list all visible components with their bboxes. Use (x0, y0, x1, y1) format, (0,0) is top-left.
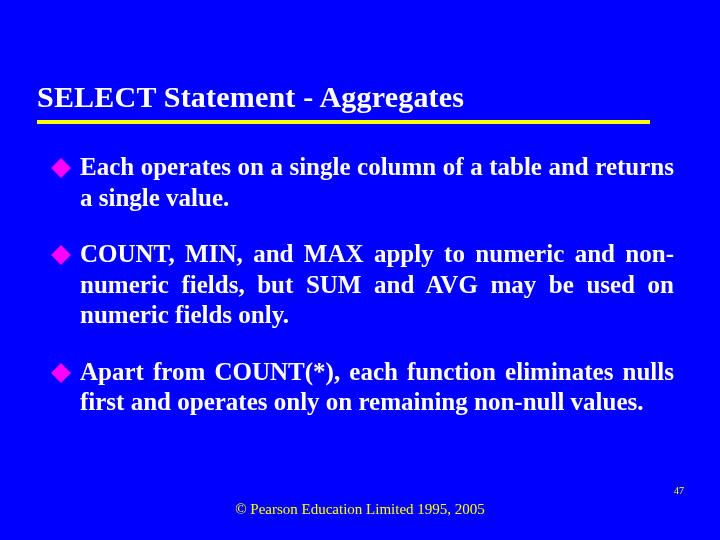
bullet-text: Apart from COUNT(*), each function elimi… (80, 357, 674, 418)
slide-body: Each operates on a single column of a ta… (40, 152, 680, 418)
bullet-item: Each operates on a single column of a ta… (54, 152, 674, 213)
diamond-bullet-icon (51, 158, 71, 178)
slide-title: SELECT Statement - Aggregates (37, 80, 650, 124)
bullet-text: Each operates on a single column of a ta… (80, 152, 674, 213)
page-number: 47 (674, 485, 684, 496)
diamond-bullet-icon (51, 245, 71, 265)
bullet-item: COUNT, MIN, and MAX apply to numeric and… (54, 239, 674, 331)
bullet-text: COUNT, MIN, and MAX apply to numeric and… (80, 239, 674, 331)
bullet-item: Apart from COUNT(*), each function elimi… (54, 357, 674, 418)
copyright-footer: © Pearson Education Limited 1995, 2005 (0, 501, 720, 518)
diamond-bullet-icon (51, 363, 71, 383)
slide: SELECT Statement - Aggregates Each opera… (0, 0, 720, 540)
